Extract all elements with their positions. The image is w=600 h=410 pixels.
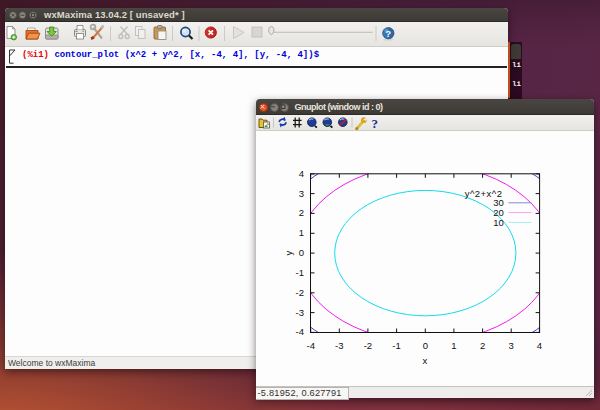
svg-text:-2: -2 [296,287,304,298]
svg-text:10: 10 [493,217,504,228]
svg-text:-1: -1 [392,340,400,351]
svg-text:-2: -2 [364,340,372,351]
svg-text:4: 4 [299,168,304,179]
svg-text:-3: -3 [335,340,343,351]
svg-text:-1: -1 [296,267,304,278]
svg-text:-4: -4 [306,340,314,351]
svg-text:1: 1 [451,340,456,351]
svg-text:?: ? [372,116,379,131]
svg-text:0: 0 [299,247,304,258]
svg-text:x: x [422,355,427,366]
svg-text:?: ? [386,29,392,39]
svg-text:y: y [283,250,294,255]
svg-text:-4: -4 [296,326,304,337]
svg-text:3: 3 [299,188,304,199]
svg-text:4: 4 [537,340,542,351]
svg-text:2: 2 [480,340,485,351]
svg-text:0: 0 [423,340,428,351]
svg-text:2: 2 [299,207,304,218]
svg-text:-3: -3 [296,307,304,318]
svg-text:1: 1 [299,227,304,238]
svg-text:3: 3 [509,340,514,351]
